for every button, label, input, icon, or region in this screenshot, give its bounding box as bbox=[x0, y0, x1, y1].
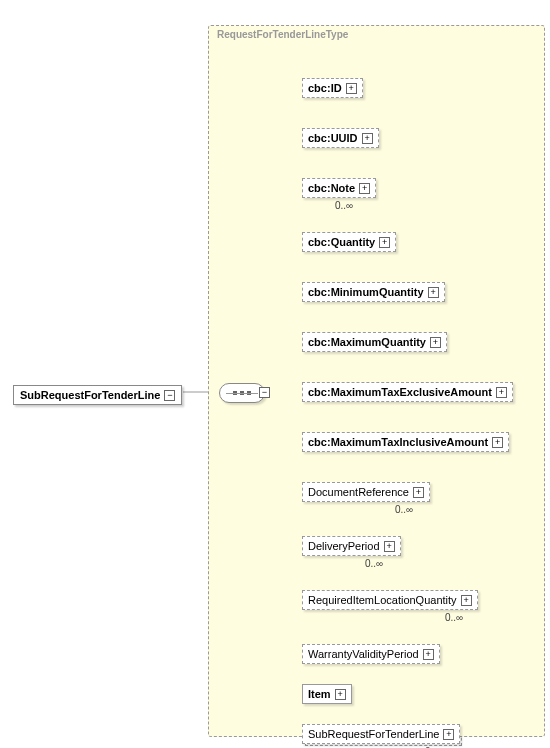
element-box: cbc:MaximumQuantity+ bbox=[302, 332, 447, 352]
expand-icon[interactable]: + bbox=[335, 689, 346, 700]
expand-icon[interactable]: + bbox=[379, 237, 390, 248]
element-label: cbc:Quantity bbox=[308, 236, 375, 248]
element-label: WarrantyValidityPeriod bbox=[308, 648, 419, 660]
schema-element-cbcMaximumTaxExclusiveAmount[interactable]: cbc:MaximumTaxExclusiveAmount+ bbox=[302, 382, 513, 402]
element-label: cbc:MaximumTaxExclusiveAmount bbox=[308, 386, 492, 398]
element-label: cbc:MaximumQuantity bbox=[308, 336, 426, 348]
cardinality-label: 0..∞ bbox=[335, 200, 353, 211]
expand-icon[interactable]: + bbox=[443, 729, 454, 740]
cardinality-label: 0..∞ bbox=[365, 558, 383, 569]
element-box: cbc:Note+ bbox=[302, 178, 376, 198]
sequence-compositor[interactable]: − bbox=[219, 383, 265, 403]
expand-icon[interactable]: + bbox=[413, 487, 424, 498]
element-box: DeliveryPeriod+ bbox=[302, 536, 401, 556]
element-box: cbc:UUID+ bbox=[302, 128, 379, 148]
element-box: SubRequestForTenderLine+ bbox=[302, 724, 460, 744]
element-box: cbc:Quantity+ bbox=[302, 232, 396, 252]
schema-element-cbcQuantity[interactable]: cbc:Quantity+ bbox=[302, 232, 396, 252]
root-label: SubRequestForTenderLine bbox=[20, 389, 160, 401]
cardinality-label: 0..∞ bbox=[395, 504, 413, 515]
type-label: RequestForTenderLineType bbox=[217, 29, 348, 40]
element-box: DocumentReference+ bbox=[302, 482, 430, 502]
element-box: RequiredItemLocationQuantity+ bbox=[302, 590, 478, 610]
element-box: cbc:MaximumTaxExclusiveAmount+ bbox=[302, 382, 513, 402]
schema-element-SubRequestForTenderLine[interactable]: SubRequestForTenderLine+ bbox=[302, 724, 460, 744]
expand-icon[interactable]: + bbox=[384, 541, 395, 552]
element-label: SubRequestForTenderLine bbox=[308, 728, 439, 740]
schema-element-DeliveryPeriod[interactable]: DeliveryPeriod+ bbox=[302, 536, 401, 556]
schema-element-cbcNote[interactable]: cbc:Note+ bbox=[302, 178, 376, 198]
element-label: RequiredItemLocationQuantity bbox=[308, 594, 457, 606]
expand-icon[interactable]: + bbox=[496, 387, 507, 398]
element-label: DeliveryPeriod bbox=[308, 540, 380, 552]
element-box: cbc:MinimumQuantity+ bbox=[302, 282, 445, 302]
element-label: DocumentReference bbox=[308, 486, 409, 498]
element-box: cbc:MaximumTaxInclusiveAmount+ bbox=[302, 432, 509, 452]
expand-icon[interactable]: + bbox=[430, 337, 441, 348]
expand-icon[interactable]: + bbox=[461, 595, 472, 606]
schema-element-cbcMaximumTaxInclusiveAmount[interactable]: cbc:MaximumTaxInclusiveAmount+ bbox=[302, 432, 509, 452]
element-label: cbc:UUID bbox=[308, 132, 358, 144]
expand-icon[interactable]: + bbox=[362, 133, 373, 144]
collapse-icon[interactable]: − bbox=[164, 390, 175, 401]
cardinality-label: 0..∞ bbox=[445, 612, 463, 623]
schema-element-RequiredItemLocationQuantity[interactable]: RequiredItemLocationQuantity+ bbox=[302, 590, 478, 610]
element-label: cbc:MaximumTaxInclusiveAmount bbox=[308, 436, 488, 448]
expand-icon[interactable]: + bbox=[428, 287, 439, 298]
expand-icon[interactable]: + bbox=[359, 183, 370, 194]
expand-icon[interactable]: + bbox=[492, 437, 503, 448]
element-box: Item+ bbox=[302, 684, 352, 704]
expand-icon[interactable]: + bbox=[423, 649, 434, 660]
schema-element-cbcMaximumQuantity[interactable]: cbc:MaximumQuantity+ bbox=[302, 332, 447, 352]
schema-element-DocumentReference[interactable]: DocumentReference+ bbox=[302, 482, 430, 502]
element-label: Item bbox=[308, 688, 331, 700]
schema-element-cbcID[interactable]: cbc:ID+ bbox=[302, 78, 363, 98]
element-label: cbc:Note bbox=[308, 182, 355, 194]
element-label: cbc:ID bbox=[308, 82, 342, 94]
element-label: cbc:MinimumQuantity bbox=[308, 286, 424, 298]
sequence-dots-icon bbox=[233, 391, 251, 395]
expand-icon[interactable]: + bbox=[346, 83, 357, 94]
schema-element-cbcMinimumQuantity[interactable]: cbc:MinimumQuantity+ bbox=[302, 282, 445, 302]
element-box: cbc:ID+ bbox=[302, 78, 363, 98]
schema-element-cbcUUID[interactable]: cbc:UUID+ bbox=[302, 128, 379, 148]
collapse-icon[interactable]: − bbox=[259, 387, 270, 398]
root-element[interactable]: SubRequestForTenderLine − bbox=[13, 385, 182, 405]
element-box: WarrantyValidityPeriod+ bbox=[302, 644, 440, 664]
schema-element-WarrantyValidityPeriod[interactable]: WarrantyValidityPeriod+ bbox=[302, 644, 440, 664]
schema-element-Item[interactable]: Item+ bbox=[302, 684, 352, 704]
